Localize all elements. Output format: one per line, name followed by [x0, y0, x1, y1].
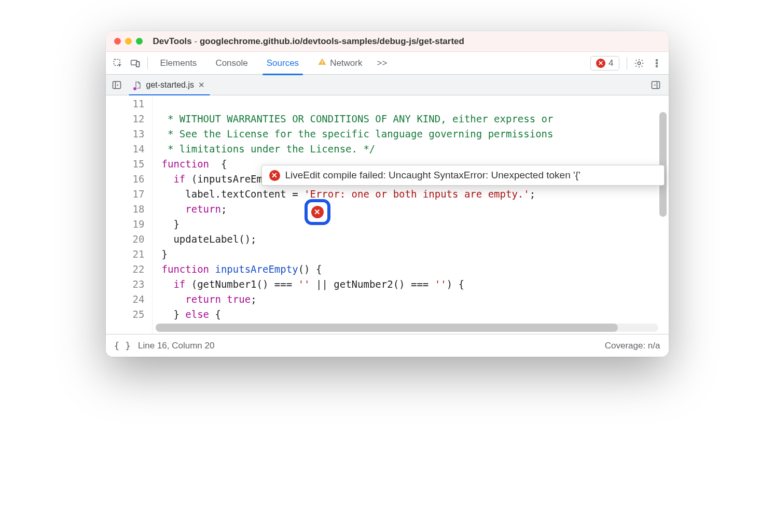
tab-network[interactable]: Network [308, 52, 371, 75]
error-tooltip: ✕ LiveEdit compile failed: Uncaught Synt… [261, 165, 665, 186]
code-token: function [162, 158, 210, 170]
code-token: 'Error: one or both inputs are empty.' [304, 188, 530, 200]
show-navigator-button[interactable] [108, 77, 126, 93]
overflow-label: >> [377, 58, 387, 68]
code-token: || getNumber2() === [310, 278, 435, 290]
file-tab-get-started[interactable]: get-started.js ✕ [128, 75, 211, 95]
editor-statusbar: { } Line 16, Column 20 Coverage: n/a [106, 334, 669, 357]
code-token: { [209, 309, 221, 320]
line-number[interactable]: 16 [106, 172, 152, 187]
tab-label: Elements [160, 58, 197, 68]
horizontal-scrollbar[interactable] [156, 324, 658, 332]
error-icon[interactable]: ✕ [311, 206, 324, 218]
code-token: return [185, 203, 221, 215]
svg-rect-4 [322, 61, 323, 63]
code-token: return [185, 293, 221, 305]
code-line: } [162, 218, 179, 230]
code-token: ; [251, 293, 256, 305]
window-title-sep: - [195, 36, 200, 46]
window-title-app: DevTools [153, 36, 192, 46]
code-line: * See the License for the specific langu… [162, 128, 554, 139]
vertical-scrollbar[interactable] [659, 112, 667, 321]
code-token: ) { [447, 278, 464, 290]
show-debugger-button[interactable] [647, 77, 665, 93]
error-count: 4 [609, 58, 613, 68]
code-token: else [185, 309, 209, 320]
code-token: inputsAreEmpty [215, 263, 298, 275]
tab-sources[interactable]: Sources [257, 52, 308, 75]
scrollbar-thumb[interactable] [659, 112, 667, 217]
minimize-window-button[interactable] [125, 38, 132, 45]
cursor-position: Line 16, Column 20 [138, 341, 214, 351]
code-line: } [162, 248, 168, 260]
tabs-overflow-button[interactable]: >> [371, 58, 392, 68]
line-number[interactable]: 14 [106, 142, 152, 157]
code-line: * WITHOUT WARRANTIES OR CONDITIONS OF AN… [162, 113, 554, 124]
line-number[interactable]: 23 [106, 277, 152, 292]
line-number[interactable]: 13 [106, 127, 152, 142]
line-number[interactable]: 20 [106, 232, 152, 247]
pretty-print-button[interactable]: { } [114, 340, 131, 351]
code-token [209, 263, 215, 275]
more-options-button[interactable] [648, 58, 666, 68]
code-token: } [162, 309, 186, 320]
toolbar-separator [627, 57, 627, 69]
error-count-badge[interactable]: ✕ 4 [590, 56, 619, 71]
svg-rect-10 [113, 81, 120, 88]
code-line: updateLabel(); [162, 233, 257, 245]
coverage-status: Coverage: n/a [605, 341, 660, 351]
line-number[interactable]: 19 [106, 217, 152, 232]
code-token: (getNumber1() === [185, 278, 298, 290]
code-content[interactable]: * WITHOUT WARRANTIES OR CONDITIONS OF AN… [153, 95, 661, 321]
line-number[interactable]: 18 [106, 202, 152, 217]
close-tab-button[interactable]: ✕ [198, 80, 205, 90]
code-editor[interactable]: 111213141516171819202122232425 * WITHOUT… [106, 95, 669, 334]
code-token [221, 293, 227, 305]
traffic-lights [114, 38, 143, 45]
file-icon [134, 80, 142, 90]
code-token: if [173, 173, 185, 185]
code-token [162, 278, 174, 290]
code-token: function [162, 263, 210, 275]
window-title: DevTools - googlechrome.github.io/devtoo… [153, 36, 464, 47]
line-number-gutter[interactable]: 111213141516171819202122232425 [106, 95, 153, 334]
window-title-url: googlechrome.github.io/devtools-samples/… [200, 36, 464, 46]
close-window-button[interactable] [114, 38, 121, 45]
code-token: true [227, 293, 251, 305]
line-number[interactable]: 24 [106, 292, 152, 307]
code-token: label.textContent = [162, 188, 305, 200]
warning-icon [317, 57, 327, 69]
line-number[interactable]: 17 [106, 187, 152, 202]
svg-point-9 [656, 65, 657, 67]
line-number[interactable]: 25 [106, 307, 152, 322]
zoom-window-button[interactable] [136, 38, 143, 45]
main-toolbar: Elements Console Sources Network >> ✕ 4 [106, 52, 669, 75]
error-icon: ✕ [269, 170, 280, 181]
inspect-element-icon[interactable] [109, 54, 127, 72]
code-token: '' [435, 278, 447, 290]
file-tab-name: get-started.js [146, 80, 194, 90]
scrollbar-thumb[interactable] [156, 324, 618, 332]
tab-elements[interactable]: Elements [151, 52, 206, 75]
code-token: ; [530, 188, 535, 200]
code-line: * limitations under the License. */ [162, 143, 376, 155]
line-number[interactable]: 12 [106, 111, 152, 127]
svg-rect-12 [652, 81, 659, 88]
line-number[interactable]: 11 [106, 96, 152, 111]
editor-tabstrip: get-started.js ✕ [106, 75, 669, 95]
tab-console[interactable]: Console [206, 52, 257, 75]
device-toolbar-icon[interactable] [127, 54, 144, 72]
tab-label: Network [330, 58, 362, 68]
code-token [162, 293, 186, 305]
settings-button[interactable] [630, 58, 648, 68]
modified-dot-icon [133, 87, 137, 91]
devtools-window: DevTools - googlechrome.github.io/devtoo… [106, 31, 669, 357]
line-number[interactable]: 21 [106, 247, 152, 262]
code-token: { [209, 158, 227, 170]
svg-point-7 [656, 59, 657, 61]
svg-point-6 [638, 62, 640, 64]
line-number[interactable]: 22 [106, 262, 152, 277]
code-token: '' [298, 278, 310, 290]
inline-error-highlight: ✕ [305, 199, 330, 225]
line-number[interactable]: 15 [106, 157, 152, 172]
